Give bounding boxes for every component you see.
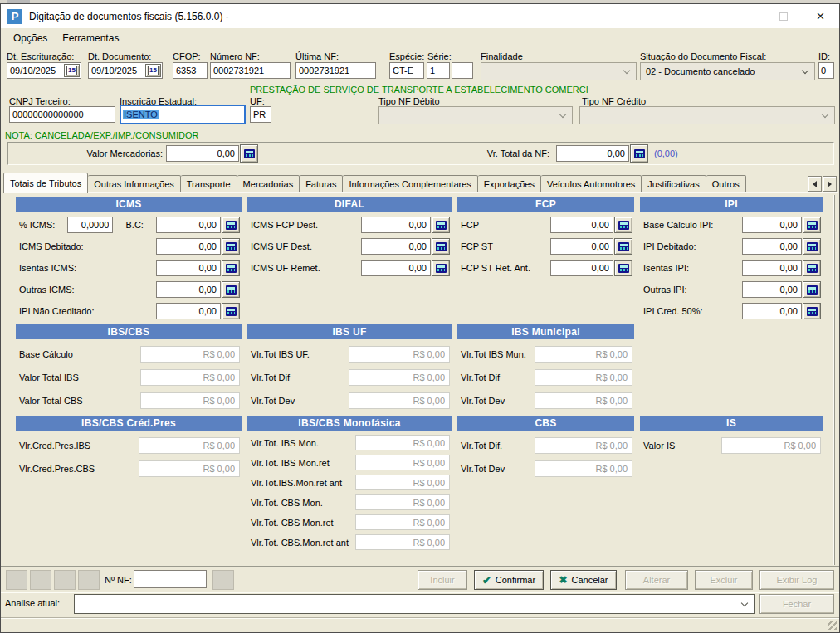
tipo-nf-credito-select [579, 106, 835, 124]
dt-escrituracao-field[interactable]: 09/10/2025 15 [7, 62, 81, 79]
analise-atual-select[interactable] [74, 594, 755, 614]
vlrtot-ibs-uf-value [349, 346, 450, 363]
menu-opcoes[interactable]: Opções [6, 29, 55, 47]
calculator-button[interactable] [803, 238, 821, 255]
fcp-st-ret-ant-input[interactable] [550, 260, 613, 276]
icms-bc-input[interactable] [156, 217, 221, 233]
tab-outros[interactable]: Outros [706, 175, 746, 193]
outras-icms-input[interactable] [156, 281, 221, 298]
menu-bar: Opções Ferramentas [1, 28, 839, 48]
icms-uf-remet-input[interactable] [361, 260, 431, 276]
alterar-button: Alterar [625, 570, 688, 590]
panel-difal-header: DIFAL [247, 197, 452, 212]
calculator-button[interactable] [803, 217, 821, 233]
tab-totais-de-tributos[interactable]: Totais de Tributos [3, 173, 88, 193]
fcp-st-label: FCP ST [461, 241, 493, 251]
calculator-button[interactable] [432, 260, 450, 276]
base-calculo-ipi-input[interactable] [742, 217, 802, 233]
tab-mercadorias[interactable]: Mercadorias [237, 175, 300, 193]
calculator-button[interactable] [614, 217, 632, 233]
serie-input[interactable] [427, 62, 450, 79]
numero-nf-input[interactable] [210, 62, 291, 79]
ipi-cred-50-input[interactable] [742, 303, 802, 319]
menu-ferramentas[interactable]: Ferramentas [55, 29, 126, 47]
tab-scroll-right-button[interactable] [823, 176, 837, 192]
fechar-button: Fechar [759, 594, 834, 614]
vlr-cred-pres-ibs-value [139, 437, 240, 454]
fcp-st-input[interactable] [550, 238, 613, 255]
ipi-debitado-input[interactable] [742, 238, 802, 255]
dt-documento-field[interactable]: 09/10/2025 15 [88, 62, 163, 79]
cfop-input[interactable] [173, 62, 208, 79]
panel-icms: ICMS % ICMS: B.C: ICMS Debitado: Isentas… [16, 197, 242, 319]
tab-justificativas[interactable]: Justificativas [642, 175, 706, 193]
id-input[interactable] [818, 62, 834, 79]
close-button[interactable]: × [802, 4, 839, 28]
valor-total-ibs-value [140, 369, 240, 386]
calculator-button[interactable] [803, 281, 821, 298]
valor-total-cbs-value [140, 392, 240, 409]
calculator-button[interactable] [222, 217, 240, 233]
calculator-button[interactable] [222, 260, 240, 276]
calculator-button[interactable] [222, 238, 240, 255]
ipi-nao-creditado-input[interactable] [156, 303, 221, 319]
tab-scroll-left-button[interactable] [808, 176, 822, 192]
calculator-button[interactable] [222, 281, 240, 298]
icms-fcp-dest-input[interactable] [361, 217, 431, 233]
calculator-button[interactable] [222, 303, 240, 319]
tab-informacoes-complementares[interactable]: Informações Complementares [343, 175, 477, 193]
calculator-button[interactable] [803, 260, 821, 276]
vr-total-hint: (0,00) [654, 149, 678, 158]
calendar-button[interactable]: 15 [64, 64, 80, 77]
nf-action-button [212, 570, 234, 590]
minimize-button[interactable]: — [727, 4, 764, 28]
subserie-input[interactable] [452, 62, 473, 79]
panel-ibs-cbs-cred-pres: IBS/CBS Créd.Pres Vlr.Cred.Pres.IBS Vlr.… [16, 416, 242, 477]
cancelar-button[interactable]: ✖Cancelar [550, 570, 617, 590]
calculator-button[interactable] [240, 144, 258, 163]
valor-mercadorias-input[interactable] [166, 145, 239, 162]
nf-number-input[interactable] [134, 570, 207, 588]
situacao-select[interactable]: 02 - Documento cancelado [640, 62, 815, 80]
inscricao-estadual-input[interactable]: ISENTO [120, 105, 246, 124]
fcp-input[interactable] [550, 217, 613, 233]
calculator-button[interactable] [614, 238, 632, 255]
calculator-button[interactable] [630, 144, 648, 163]
outras-ipi-input[interactable] [742, 281, 802, 298]
calculator-button[interactable] [432, 217, 450, 233]
tipo-nf-credito-label: Tipo NF Crédito [582, 96, 646, 106]
chevron-down-icon [741, 599, 748, 606]
calculator-button[interactable] [803, 303, 821, 319]
cnpj-terceiro-input[interactable] [9, 106, 115, 123]
tab-veiculos-automotores[interactable]: Veículos Automotores [541, 175, 642, 193]
icms-uf-dest-input[interactable] [361, 238, 431, 255]
isentas-icms-input[interactable] [156, 260, 221, 276]
finalidade-select [481, 62, 637, 80]
vlrtot-dif-label: Vlr.Tot Dif [461, 372, 500, 382]
dt-escrituracao-value: 09/10/2025 [10, 66, 56, 75]
totals-bar: Valor Mercadorias: Vr. Total da NF: (0,0… [7, 142, 834, 165]
incluir-button: Incluir [418, 570, 467, 590]
calculator-button[interactable] [614, 260, 632, 276]
window-title: Digitação de documentos fiscais (5.156.0… [29, 11, 229, 22]
status-bar [1, 617, 839, 632]
panel-ipi-header: IPI [640, 197, 823, 212]
especie-input[interactable] [389, 62, 424, 79]
panel-icms-header: ICMS [16, 197, 242, 212]
calculator-button[interactable] [432, 238, 450, 255]
icms-debitado-input[interactable] [156, 238, 221, 255]
vr-total-nf-input[interactable] [556, 145, 629, 162]
tab-exportacoes[interactable]: Exportações [478, 175, 541, 193]
tab-transporte[interactable]: Transporte [181, 175, 237, 193]
isentas-ipi-input[interactable] [742, 260, 802, 276]
base-calculo-label: Base Cálculo [19, 349, 73, 359]
tab-faturas[interactable]: Faturas [300, 175, 343, 193]
icms-percent-input[interactable] [67, 217, 113, 233]
confirmar-button[interactable]: ✔Confirmar [474, 570, 544, 590]
valor-is-label: Valor IS [643, 441, 675, 450]
calendar-button[interactable]: 15 [145, 64, 161, 77]
resize-grip-icon[interactable] [828, 621, 837, 630]
ultima-nf-input[interactable] [295, 62, 376, 79]
uf-input[interactable] [250, 106, 271, 123]
tab-outras-informacoes[interactable]: Outras Informações [88, 175, 181, 193]
